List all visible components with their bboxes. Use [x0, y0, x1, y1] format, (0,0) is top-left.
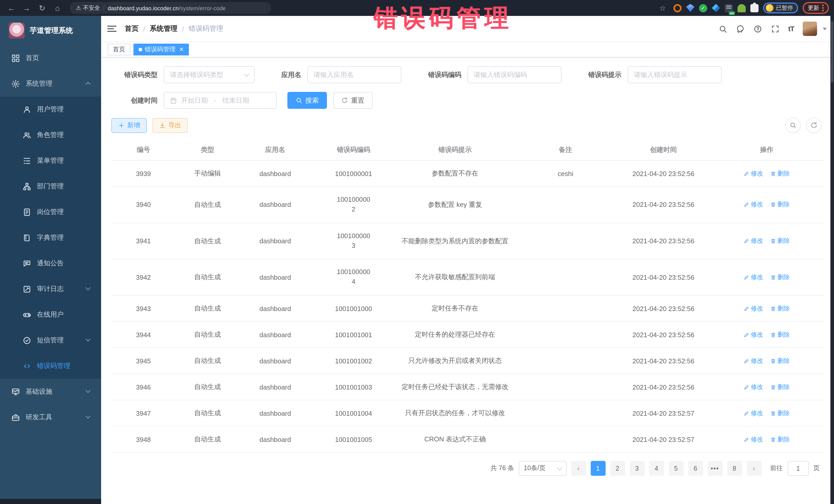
edit-link[interactable]: 修改 [744, 169, 763, 178]
search-button[interactable]: 搜索 [287, 92, 327, 109]
breadcrumb-item[interactable]: 系统管理 [150, 24, 178, 34]
cell-code: 1001001001 [311, 322, 396, 348]
breadcrumb-item: 错误码管理 [189, 24, 223, 34]
date-range-picker[interactable]: 开始日期 - 结束日期 [164, 92, 277, 109]
page-button-1[interactable]: 1 [591, 461, 605, 476]
edit-link[interactable]: 修改 [744, 200, 763, 209]
delete-link[interactable]: 删除 [770, 330, 790, 339]
page-size-select[interactable]: 10条/页 [519, 461, 566, 476]
delete-link[interactable]: 删除 [770, 409, 790, 418]
hamburger-icon[interactable] [107, 26, 116, 32]
delete-link[interactable]: 删除 [770, 304, 790, 313]
filter-input[interactable]: 请输入错误码编码 [467, 66, 562, 83]
edit-link[interactable]: 修改 [744, 237, 763, 245]
help-icon[interactable] [753, 24, 762, 33]
delete-link[interactable]: 删除 [770, 435, 790, 444]
export-button[interactable]: 导出 [152, 118, 188, 133]
delete-link[interactable]: 删除 [770, 382, 790, 391]
breadcrumb: 首页/系统管理/错误码管理 [125, 24, 223, 34]
delete-link[interactable]: 删除 [770, 273, 790, 282]
extension-icon[interactable]: on [725, 4, 733, 12]
error-code-type-select[interactable]: 请选择错误码类型 [164, 66, 255, 83]
edit-link[interactable]: 修改 [744, 356, 763, 365]
edit-link[interactable]: 修改 [744, 409, 763, 418]
page-button-8[interactable]: 8 [727, 461, 742, 476]
page-button-2[interactable]: 2 [610, 461, 625, 476]
extension-icon[interactable] [738, 4, 746, 12]
browser-profile-chip[interactable]: 已暂停 [763, 3, 798, 13]
reload-icon[interactable]: ↻ [36, 2, 48, 14]
extension-icon[interactable] [673, 4, 682, 12]
edit-link[interactable]: 修改 [744, 330, 763, 339]
forward-icon[interactable]: → [21, 2, 33, 14]
cell-create-time: 2021-04-20 23:52:56 [617, 223, 710, 259]
edit-link[interactable]: 修改 [744, 304, 763, 313]
sidebar-item-14[interactable]: 基础设施 [0, 379, 101, 404]
github-icon[interactable] [736, 24, 745, 33]
not-secure-warning[interactable]: ⚠ 不安全 [76, 4, 100, 12]
filter-input[interactable]: 请输入应用名 [307, 66, 401, 83]
sidebar-item-2[interactable]: 系统管理 [0, 71, 101, 96]
menu-tree-icon [23, 156, 31, 165]
sidebar-item-11[interactable]: 在线用户 [0, 302, 101, 327]
page-button-4[interactable]: 4 [649, 461, 664, 476]
sidebar-item-15[interactable]: 研发工具 [0, 404, 101, 430]
edit-link[interactable]: 修改 [744, 273, 763, 282]
edit-link[interactable]: 修改 [744, 435, 763, 444]
tab-2[interactable]: 错误码管理✕ [133, 44, 189, 56]
font-size-icon[interactable]: tT [788, 25, 794, 33]
prev-page-button[interactable]: ‹ [571, 461, 586, 476]
tab-1[interactable]: 首页 [108, 44, 130, 56]
next-page-button[interactable]: › [746, 461, 761, 476]
extension-icon[interactable] [712, 4, 720, 12]
browser-menu-icon[interactable] [822, 5, 824, 11]
cell-memo [514, 426, 617, 453]
edit-link[interactable]: 修改 [744, 382, 763, 391]
sidebar-item-8[interactable]: 字典管理 [0, 225, 101, 250]
address-bar[interactable]: ⚠ 不安全 dashboard.yudao.iocoder.cn/system/… [70, 2, 271, 14]
sidebar-item-6[interactable]: 部门管理 [0, 174, 101, 199]
delete-link[interactable]: 删除 [770, 237, 790, 245]
back-icon[interactable]: ← [5, 2, 18, 14]
page-button-5[interactable]: 5 [668, 461, 683, 476]
delete-link[interactable]: 删除 [770, 200, 790, 209]
close-icon[interactable]: ✕ [179, 46, 184, 53]
sidebar-item-7[interactable]: 岗位管理 [0, 199, 101, 225]
bookmark-star-icon[interactable]: ☆ [656, 2, 669, 14]
fullscreen-icon[interactable] [771, 24, 780, 33]
browser-update-button[interactable]: 更新 [803, 2, 829, 14]
goto-page-input[interactable]: 1 [788, 461, 809, 476]
more-pages-button[interactable]: ••• [707, 461, 722, 476]
sidebar-item-12[interactable]: 短信管理 [0, 327, 101, 353]
sidebar-item-13[interactable]: 错误码管理 [0, 353, 101, 379]
sidebar-item-3[interactable]: 用户管理 [0, 96, 101, 122]
page-button-6[interactable]: 6 [688, 461, 703, 476]
sidebar-item-9[interactable]: 通知公告 [0, 250, 101, 276]
add-button[interactable]: 新增 [111, 118, 147, 133]
delete-link[interactable]: 删除 [770, 169, 790, 178]
home-icon[interactable]: ⌂ [51, 2, 64, 14]
extension-icon[interactable]: ✓ [699, 4, 707, 12]
refresh-table-button[interactable] [806, 117, 822, 133]
search-icon[interactable] [719, 24, 727, 33]
chevron-down-icon[interactable] [823, 27, 827, 30]
sidebar-item-1[interactable]: 首页 [0, 45, 101, 71]
reset-button[interactable]: 重置 [333, 92, 373, 109]
filter-input[interactable]: 请输入错误码提示 [628, 66, 722, 83]
sidebar-item-4[interactable]: 角色管理 [0, 122, 101, 148]
extension-icon[interactable] [686, 4, 695, 12]
cell-memo [514, 322, 617, 348]
cell-id: 3939 [111, 160, 176, 187]
extensions-puzzle-icon[interactable] [750, 4, 759, 12]
cell-id: 3943 [111, 295, 176, 322]
delete-link[interactable]: 删除 [770, 356, 790, 365]
breadcrumb-item[interactable]: 首页 [125, 24, 138, 34]
browser-scrollbar[interactable] [830, 16, 834, 504]
page-button-3[interactable]: 3 [630, 461, 644, 476]
sidebar-item-5[interactable]: 菜单管理 [0, 148, 101, 174]
cell-create-time: 2021-04-20 23:52:56 [617, 259, 710, 295]
show-search-toggle-button[interactable] [785, 117, 800, 133]
user-avatar[interactable] [803, 22, 817, 36]
app-logo-row[interactable]: 芋道管理系统 [0, 16, 101, 45]
sidebar-item-10[interactable]: 审计日志 [0, 276, 101, 302]
